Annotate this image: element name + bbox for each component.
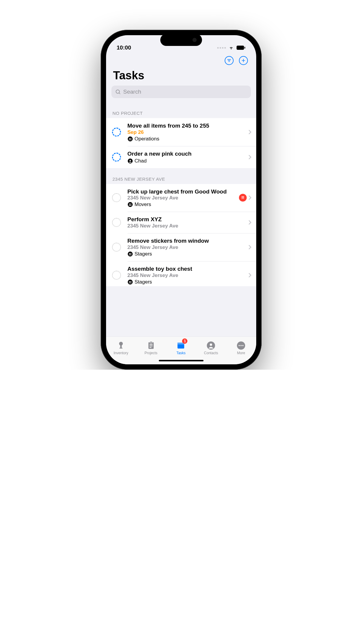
svg-point-7 <box>116 90 119 93</box>
svg-point-29 <box>210 343 212 346</box>
chevron-right-icon <box>248 245 251 250</box>
battery-icon <box>237 46 246 50</box>
page-title: Tasks <box>106 65 256 84</box>
section-header-nj-ave: 2345 NEW JERSEY AVE <box>106 168 256 184</box>
task-title: Pick up large chest from Good Wood <box>128 188 237 195</box>
task-tag: Operations <box>128 136 247 142</box>
clipboard-icon <box>147 341 156 350</box>
home-indicator[interactable] <box>159 360 203 361</box>
group-icon <box>128 136 133 142</box>
task-checkbox[interactable] <box>112 243 121 252</box>
svg-point-9 <box>128 137 133 142</box>
tab-label: Inventory <box>114 351 128 355</box>
task-subtitle: 2345 New Jersey Ave <box>128 244 247 250</box>
search-input[interactable]: Search <box>111 86 251 98</box>
task-row[interactable]: Move all items from 245 to 255 Sep 26 Op… <box>106 118 256 146</box>
chevron-right-icon <box>248 130 251 134</box>
svg-rect-25 <box>150 344 153 345</box>
svg-point-22 <box>130 281 131 282</box>
task-list-content[interactable]: NO PROJECT Move all items from 245 to 25… <box>106 102 256 336</box>
svg-rect-27 <box>150 347 151 348</box>
task-subtitle: 2345 New Jersey Ave <box>128 273 247 278</box>
task-tag-label: Stagers <box>135 251 152 257</box>
task-checkbox[interactable] <box>112 193 121 202</box>
wifi-icon <box>228 45 234 50</box>
svg-point-10 <box>129 138 130 139</box>
tab-contacts[interactable]: Contacts <box>196 337 226 360</box>
tab-more[interactable]: More <box>226 337 256 360</box>
nav-actions <box>106 54 256 65</box>
ellipsis-icon <box>237 341 246 350</box>
svg-point-32 <box>240 345 242 346</box>
task-row-main: Pick up large chest from Good Wood 2345 … <box>128 188 237 208</box>
screen: 10:00 Tasks Search NO PROJEC <box>106 35 256 364</box>
section-header-no-project: NO PROJECT <box>106 102 256 118</box>
task-checkbox[interactable] <box>112 271 121 280</box>
svg-rect-24 <box>150 341 152 343</box>
group-icon <box>128 202 133 207</box>
task-tag-label: Movers <box>135 202 151 208</box>
search-icon <box>115 89 121 95</box>
tab-label: Contacts <box>204 351 218 355</box>
task-title: Remove stickers from window <box>128 237 247 244</box>
task-title: Assemble toy box chest <box>128 265 247 273</box>
task-subtitle: 2345 New Jersey Ave <box>128 223 247 229</box>
add-button[interactable] <box>239 56 248 65</box>
dynamic-island <box>160 34 202 46</box>
svg-point-16 <box>130 204 131 205</box>
task-row[interactable]: Perform XYZ 2345 New Jersey Ave <box>106 212 256 233</box>
task-title: Order a new pink couch <box>128 150 247 157</box>
person-icon <box>128 158 133 164</box>
task-tag: Stagers <box>128 279 247 285</box>
task-title: Perform XYZ <box>128 216 247 223</box>
task-checkbox[interactable] <box>112 153 121 162</box>
tab-inventory[interactable]: Inventory <box>106 337 136 360</box>
chevron-right-icon <box>248 155 251 160</box>
task-checkbox[interactable] <box>112 218 121 227</box>
tab-label: More <box>237 351 245 355</box>
filter-icon <box>227 58 232 63</box>
task-checkbox[interactable] <box>112 128 121 137</box>
svg-rect-0 <box>237 46 244 50</box>
tab-tasks[interactable]: 1 Tasks <box>166 337 196 360</box>
chevron-right-icon <box>248 273 251 278</box>
chevron-right-icon <box>248 220 251 225</box>
svg-point-31 <box>239 345 240 346</box>
tab-label: Projects <box>145 351 157 355</box>
svg-point-21 <box>129 281 130 282</box>
task-date: Sep 26 <box>128 129 247 135</box>
task-row[interactable]: Pick up large chest from Good Wood 2345 … <box>106 184 256 212</box>
tab-badge: 1 <box>182 338 187 344</box>
svg-point-15 <box>129 204 130 205</box>
cellular-dots-icon <box>217 47 226 49</box>
status-bar-right <box>217 45 246 50</box>
chevron-right-icon <box>248 195 251 200</box>
svg-point-13 <box>129 160 131 161</box>
svg-rect-26 <box>150 346 153 346</box>
group-icon <box>128 251 133 257</box>
task-subtitle: 2345 New Jersey Ave <box>128 195 237 201</box>
task-title: Move all items from 245 to 255 <box>128 122 247 129</box>
task-tag-label: Stagers <box>135 279 152 285</box>
task-tag: Chad <box>128 158 247 164</box>
svg-point-33 <box>242 345 243 346</box>
task-tag-label: Operations <box>135 136 159 142</box>
plus-icon <box>241 58 246 63</box>
lamp-icon <box>116 341 125 350</box>
task-row[interactable]: Assemble toy box chest 2345 New Jersey A… <box>106 261 256 286</box>
svg-point-20 <box>128 279 133 284</box>
group-icon <box>128 279 133 285</box>
task-row-main: Move all items from 245 to 255 Sep 26 Op… <box>128 122 247 142</box>
svg-point-14 <box>128 202 133 207</box>
svg-point-11 <box>130 138 131 139</box>
tab-projects[interactable]: Projects <box>136 337 166 360</box>
phone-frame: 10:00 Tasks Search NO PROJEC <box>101 30 262 370</box>
task-row[interactable]: Remove stickers from window 2345 New Jer… <box>106 233 256 261</box>
svg-point-17 <box>128 252 133 257</box>
status-bar-time: 10:00 <box>117 44 131 51</box>
svg-line-8 <box>119 93 120 94</box>
task-row[interactable]: Order a new pink couch Chad <box>106 146 256 168</box>
tab-label: Tasks <box>176 351 186 355</box>
task-tag: Stagers <box>128 251 247 257</box>
filter-button[interactable] <box>225 56 234 65</box>
